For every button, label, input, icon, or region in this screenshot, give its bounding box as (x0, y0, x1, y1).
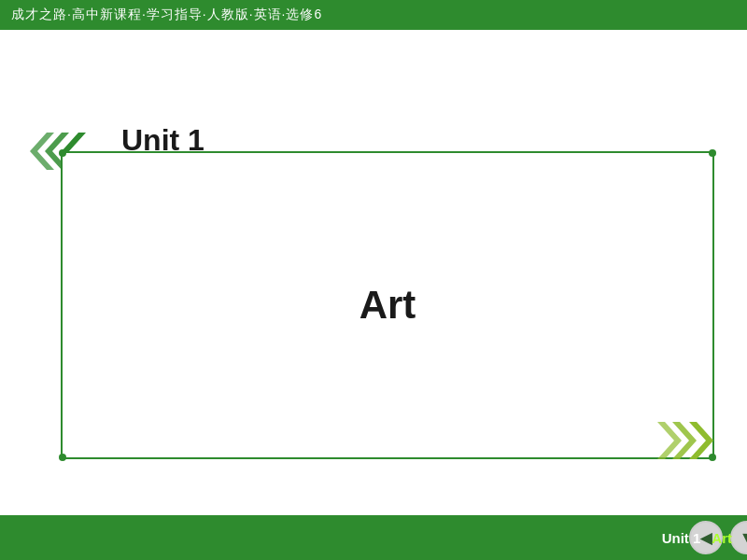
bottom-unit-label: Unit 1 (662, 530, 701, 546)
art-title: Art (359, 283, 416, 328)
content-box: Art (61, 151, 714, 459)
bottom-bar: ◀ ▼ ▶ Unit 1 Art (0, 515, 747, 560)
bottom-right-info: Unit 1 Art (662, 530, 732, 546)
right-chevrons-svg (655, 417, 730, 464)
nav-down-icon: ▼ (740, 529, 747, 546)
bottom-art-label: Art (712, 530, 732, 546)
corner-dot-tr (709, 149, 716, 157)
main-content: Unit 1 Art (0, 30, 747, 515)
right-chevrons (655, 417, 730, 464)
nav-down-button[interactable]: ▼ (730, 521, 747, 554)
top-bar: 成才之路·高中新课程·学习指导·人教版·英语·选修6 (0, 0, 747, 30)
corner-dot-bl (59, 454, 66, 461)
corner-dot-tl (59, 149, 66, 157)
top-bar-title: 成才之路·高中新课程·学习指导·人教版·英语·选修6 (11, 7, 322, 23)
